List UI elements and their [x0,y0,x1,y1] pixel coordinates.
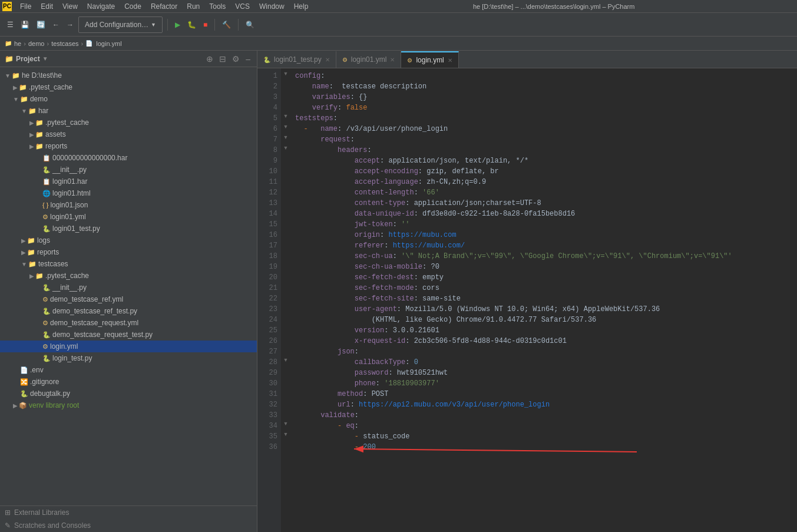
tree-arrow: ▼ [21,261,27,267]
tree-item-gitignore[interactable]: 🔀 .gitignore [0,376,257,388]
menu-vcs[interactable]: VCS [230,0,254,13]
menu-run[interactable]: Run [182,0,204,13]
tree-arrow: ▶ [29,143,34,150]
tree-item-debugtalk[interactable]: 🐍 debugtalk.py [0,388,257,399]
tree-item-he[interactable]: ▼ 📁 he D:\test\he [0,70,257,81]
tree-item-login01-yml[interactable]: ⚙ login01.yml [0,211,257,223]
menu-help[interactable]: Help [289,0,313,13]
breadcrumb-demo[interactable]: demo [28,40,45,47]
tree-item-login01-har[interactable]: 📋 login01.har [0,176,257,187]
tab-label-login-yml: login.yml [416,56,444,64]
tree-item-env[interactable]: 📄 .env [0,364,257,376]
code-line-20: sec-fetch-dest: empty [295,272,797,283]
tree-item-pytest_cache1[interactable]: ▶ 📁 .pytest_cache [0,81,257,93]
tab-close-login01-test[interactable]: ✕ [325,57,330,63]
run-button[interactable]: ▶ [173,16,183,33]
fold-btn-6[interactable]: ▼ [281,121,290,132]
tree-item-logs[interactable]: ▶ 📁 logs [0,234,257,246]
fold-btn-34[interactable]: ▼ [281,429,290,440]
menu-navigate[interactable]: Navigate [82,0,120,13]
file-tree[interactable]: ▼ 📁 he D:\test\he ▶ 📁 .pytest_cache ▼ 📁 … [0,67,257,505]
tab-login01-yml[interactable]: ⚙ login01.yml ✕ [336,51,402,68]
tree-arrow: ▼ [13,96,19,103]
toolbar-back-btn[interactable]: ← [50,16,62,33]
tab-close-login-yml[interactable]: ✕ [448,57,452,64]
tree-label: __init__.py [52,166,87,174]
tree-item-init2[interactable]: 🐍 __init__.py [0,282,257,293]
tree-item-login01-json[interactable]: { } login01.json [0,199,257,211]
tree-item-har-file[interactable]: 📋 0000000000000000.har [0,152,257,164]
tree-label: demo_testcase_request_test.py [52,331,153,339]
collapse-all-button[interactable]: ⊟ [217,54,228,64]
add-config-dropdown-icon[interactable]: ▼ [151,22,156,28]
tab-login-yml[interactable]: ⚙ login.yml ✕ [401,51,458,68]
yml-file-icon: ⚙ [42,213,48,221]
fold-btn-1[interactable]: ▼ [281,68,290,79]
tree-label: login01.yml [50,213,86,221]
code-line-16: origin: https://mubu.com [295,230,797,240]
folder-icon: 📁 [19,84,27,91]
tree-item-reports2[interactable]: ▶ 📁 reports [0,246,257,258]
tree-item-pytest_cache3[interactable]: ▶ 📁 .pytest_cache [0,270,257,282]
external-libs-icon: ⊞ [5,508,11,517]
tree-item-har[interactable]: ▼ 📁 har [0,105,257,117]
menu-file[interactable]: File [15,0,36,13]
add-configuration-button[interactable]: Add Configuration… ▼ [78,16,163,33]
menu-tools[interactable]: Tools [204,0,230,13]
build-button[interactable]: 🔨 [220,16,233,33]
menu-window[interactable]: Window [254,0,289,13]
menu-edit[interactable]: Edit [36,0,58,13]
toolbar-separator3 [238,19,239,31]
settings-button[interactable]: ⚙ [230,54,242,64]
code-line-30: phone: '18810903977' [295,378,797,389]
breadcrumb-login-yml[interactable]: 📄login.yml [85,40,121,47]
py-file-icon: 🐍 [20,390,28,398]
tree-item-login01-html[interactable]: 🌐 login01.html [0,187,257,199]
menu-code[interactable]: Code [120,0,146,13]
code-line-1: config: [295,71,797,81]
tree-item-pytest_cache2[interactable]: ▶ 📁 .pytest_cache [0,117,257,128]
tree-item-demo[interactable]: ▼ 📁 demo [0,93,257,105]
tree-item-demo-ref-yml[interactable]: ⚙ demo_testcase_ref.yml [0,293,257,305]
fold-btn-33[interactable]: ▼ [281,418,290,429]
scope-button[interactable]: ⊕ [204,54,215,64]
menu-refactor[interactable]: Refactor [146,0,182,13]
tree-item-login-test[interactable]: 🐍 login_test.py [0,352,257,364]
fold-btn-7[interactable]: ▼ [281,132,290,143]
tree-item-reports1[interactable]: ▶ 📁 reports [0,140,257,152]
fold-btn-27[interactable]: ▼ [281,355,290,365]
code-line-23: user-agent: Mozilla/5.0 (Windows NT 10.0… [295,304,797,315]
tree-item-venv[interactable]: ▶ 📦 venv library root [0,399,257,411]
tree-item-init1[interactable]: 🐍 __init__.py [0,164,257,176]
tab-close-login01-yml[interactable]: ✕ [390,57,395,63]
fold-btn-5[interactable]: ▼ [281,111,290,121]
tree-item-demo-req-test[interactable]: 🐍 demo_testcase_request_test.py [0,329,257,341]
scratches-consoles-item[interactable]: ✎ Scratches and Consoles [0,519,257,532]
debug-button[interactable]: 🐛 [185,16,199,33]
toolbar-forward-btn[interactable]: → [64,16,76,33]
yml-file-icon: ⚙ [42,343,48,351]
search-everywhere-button[interactable]: 🔍 [243,16,257,33]
external-libraries-item[interactable]: ⊞ External Libraries [0,506,257,519]
tab-login01-test[interactable]: 🐍 login01_test.py ✕ [257,51,336,68]
tree-label: testcases [38,260,68,268]
stop-button[interactable]: ■ [201,16,210,33]
toolbar-menu-btn[interactable]: ☰ [5,16,16,33]
toolbar-save-btn[interactable]: 💾 [18,16,32,33]
toolbar-sync-btn[interactable]: 🔄 [34,16,48,33]
close-sidebar-button[interactable]: – [244,54,252,64]
tree-item-testcases[interactable]: ▼ 📁 testcases [0,258,257,270]
breadcrumb-he[interactable]: he [14,40,21,47]
tree-item-assets[interactable]: ▶ 📁 assets [0,128,257,140]
menu-view[interactable]: View [58,0,82,13]
breadcrumb-testcases[interactable]: testcases [51,40,78,47]
folder-icon: 📁 [28,260,37,268]
tree-item-login-yml[interactable]: ⚙ login.yml [0,341,257,352]
scratches-label: Scratches and Consoles [14,521,91,530]
tree-arrow: ▶ [13,402,18,409]
tree-item-demo-ref-test[interactable]: 🐍 demo_testcase_ref_test.py [0,305,257,317]
tree-item-demo-req-yml[interactable]: ⚙ demo_testcase_request.yml [0,317,257,329]
code-content[interactable]: config: name: testcase description varia… [290,68,797,532]
fold-btn-8[interactable]: ▼ [281,143,290,153]
tree-item-login01-test[interactable]: 🐍 login01_test.py [0,223,257,234]
